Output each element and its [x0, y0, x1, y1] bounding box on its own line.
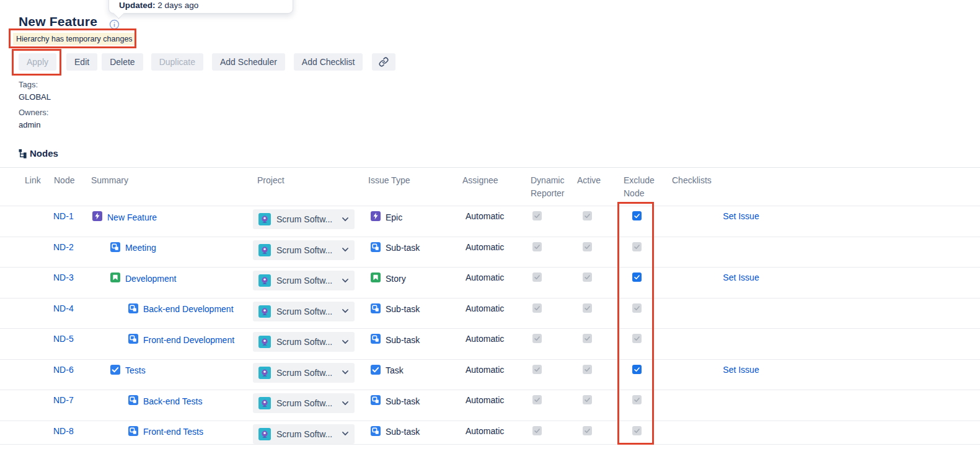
- chevron-down-icon: [342, 370, 348, 375]
- project-select[interactable]: Scrum Softw...: [253, 302, 355, 321]
- node-link[interactable]: ND-6: [53, 365, 74, 375]
- col-header-summary: Summary: [90, 168, 253, 206]
- chevron-down-icon: [342, 279, 348, 283]
- chevron-down-icon: [342, 248, 348, 252]
- subtask-icon: [110, 242, 120, 254]
- assignee-value: Automatic: [466, 365, 504, 375]
- active-checkbox: [583, 303, 592, 313]
- summary-link[interactable]: Tests: [125, 365, 146, 375]
- summary-link[interactable]: Meeting: [125, 243, 156, 253]
- delete-button[interactable]: Delete: [102, 53, 143, 71]
- project-select[interactable]: Scrum Softw...: [253, 424, 355, 444]
- table-row: ND-8Front-end TestsScrum Softw...Sub-tas…: [0, 421, 980, 444]
- active-checkbox: [583, 242, 592, 251]
- node-link[interactable]: ND-7: [53, 395, 74, 405]
- issue-type-label: Sub-task: [386, 335, 420, 345]
- exclude-node-checkbox[interactable]: [632, 272, 642, 282]
- project-select[interactable]: Scrum Softw...: [253, 363, 355, 383]
- issue-type-label: Epic: [386, 212, 402, 222]
- set-issue-link[interactable]: Set Issue: [723, 365, 759, 375]
- link-cell: [0, 359, 53, 390]
- chevron-down-icon: [342, 401, 348, 406]
- table-row: ND-4Back-end DevelopmentScrum Softw...Su…: [0, 298, 980, 329]
- updated-label: Updated:: [119, 1, 156, 10]
- exclude-node-checkbox[interactable]: [632, 211, 642, 220]
- table-row: ND-3DevelopmentScrum Softw...StoryAutoma…: [0, 268, 980, 299]
- project-avatar-icon: [258, 336, 271, 348]
- story-icon: [371, 272, 381, 284]
- hierarchy-icon: [19, 149, 27, 159]
- node-link[interactable]: ND-8: [53, 426, 74, 436]
- assignee-value: Automatic: [466, 395, 504, 405]
- assignee-value: Automatic: [466, 242, 504, 252]
- summary-link[interactable]: Front-end Tests: [143, 427, 203, 437]
- epic-icon: [92, 211, 102, 223]
- node-link[interactable]: ND-2: [53, 242, 74, 252]
- summary-link[interactable]: Development: [125, 274, 177, 284]
- project-select[interactable]: Scrum Softw...: [253, 271, 355, 290]
- link-cell: [0, 298, 53, 329]
- story-icon: [110, 272, 120, 284]
- assignee-value: Automatic: [466, 426, 504, 436]
- project-avatar-icon: [258, 274, 271, 287]
- table-row: ND-1New FeatureScrum Softw...EpicAutomat…: [0, 206, 980, 237]
- duplicate-button[interactable]: Duplicate: [151, 53, 203, 71]
- project-avatar-icon: [258, 213, 271, 225]
- tags-label: Tags:: [19, 79, 51, 91]
- exclude-node-checkbox: [632, 334, 642, 343]
- tags-value: GLOBAL: [19, 91, 51, 103]
- project-avatar-icon: [258, 305, 271, 318]
- epic-icon: [371, 211, 381, 223]
- apply-button[interactable]: Apply: [19, 53, 56, 71]
- dynamic-reporter-checkbox: [532, 242, 542, 251]
- project-select[interactable]: Scrum Softw...: [253, 209, 355, 229]
- active-checkbox: [583, 272, 592, 282]
- set-issue-link[interactable]: Set Issue: [723, 211, 759, 221]
- node-link[interactable]: ND-4: [53, 303, 74, 313]
- assignee-value: Automatic: [466, 334, 504, 344]
- summary-link[interactable]: Front-end Development: [143, 335, 234, 345]
- active-checkbox: [583, 211, 592, 220]
- project-select[interactable]: Scrum Softw...: [253, 393, 355, 413]
- table-row: ND-7Back-end TestsScrum Softw...Sub-task…: [0, 390, 980, 421]
- project-select[interactable]: Scrum Softw...: [253, 240, 355, 260]
- exclude-node-checkbox: [632, 242, 642, 251]
- assignee-value: Automatic: [466, 211, 504, 221]
- subtask-icon: [371, 395, 381, 407]
- summary-link[interactable]: Back-end Tests: [143, 396, 202, 406]
- node-link[interactable]: ND-1: [53, 211, 74, 221]
- active-checkbox: [583, 334, 592, 343]
- project-select-value: Scrum Softw...: [276, 429, 337, 439]
- exclude-node-checkbox[interactable]: [632, 365, 642, 374]
- chevron-down-icon: [342, 432, 348, 436]
- node-link[interactable]: ND-3: [53, 272, 74, 282]
- copy-link-button[interactable]: [372, 53, 395, 71]
- project-select-value: Scrum Softw...: [276, 337, 337, 347]
- issue-type-label: Sub-task: [386, 427, 420, 437]
- updated-tooltip: Updated: 2 days ago: [108, 0, 293, 14]
- project-select[interactable]: Scrum Softw...: [253, 332, 355, 352]
- link-cell: [0, 237, 53, 268]
- template-meta: Tags: GLOBAL Owners: admin: [19, 79, 51, 134]
- project-avatar-icon: [258, 244, 271, 256]
- project-select-value: Scrum Softw...: [276, 368, 337, 378]
- issue-type-label: Story: [386, 274, 406, 284]
- node-link[interactable]: ND-5: [53, 334, 74, 344]
- link-cell: [0, 268, 53, 299]
- set-issue-link[interactable]: Set Issue: [723, 272, 759, 282]
- link-cell: [0, 206, 53, 237]
- col-header-project: Project: [253, 168, 368, 206]
- col-header-assignee: Assignee: [462, 168, 530, 206]
- subtask-icon: [128, 426, 138, 438]
- info-icon[interactable]: [109, 19, 120, 30]
- edit-button[interactable]: Edit: [66, 53, 97, 71]
- project-select-value: Scrum Softw...: [276, 398, 337, 408]
- nodes-section-title: Nodes: [30, 148, 58, 159]
- add-scheduler-button[interactable]: Add Scheduler: [212, 53, 285, 71]
- summary-link[interactable]: New Feature: [107, 212, 157, 222]
- summary-link[interactable]: Back-end Development: [143, 304, 234, 314]
- chevron-down-icon: [342, 309, 348, 313]
- exclude-node-checkbox: [632, 426, 642, 435]
- add-checklist-button[interactable]: Add Checklist: [294, 53, 363, 71]
- link-cell: [0, 421, 53, 444]
